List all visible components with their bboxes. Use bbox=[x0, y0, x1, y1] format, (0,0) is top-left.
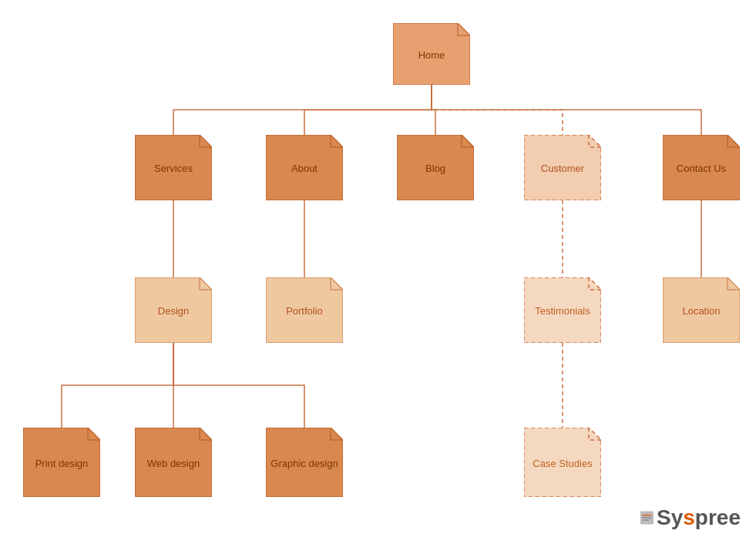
node-services[interactable]: Services bbox=[135, 135, 212, 200]
node-webdesign[interactable]: Web design bbox=[135, 428, 212, 497]
svg-rect-2 bbox=[643, 517, 652, 518]
node-location[interactable]: Location bbox=[663, 277, 740, 343]
node-label-location: Location bbox=[663, 277, 740, 343]
node-label-printdesign: Print design bbox=[23, 428, 100, 497]
node-label-blog: Blog bbox=[397, 135, 474, 200]
node-label-home: Home bbox=[393, 23, 470, 85]
node-label-webdesign: Web design bbox=[135, 428, 212, 497]
connector-home-blog bbox=[432, 85, 435, 135]
logo-sy: Sy bbox=[657, 505, 683, 529]
logo-text: Syspree bbox=[657, 505, 741, 530]
node-portfolio[interactable]: Portfolio bbox=[266, 277, 343, 343]
node-label-contactus: Contact Us bbox=[663, 135, 740, 200]
node-testimonials[interactable]: Testimonials bbox=[524, 277, 601, 343]
connector-design-printdesign bbox=[62, 343, 173, 428]
connector-home-contactus bbox=[432, 85, 701, 135]
connector-design-graphicdesign bbox=[173, 343, 304, 428]
node-label-testimonials: Testimonials bbox=[524, 277, 601, 343]
node-home[interactable]: Home bbox=[393, 23, 470, 85]
logo-pree: pree bbox=[695, 505, 741, 529]
node-label-services: Services bbox=[135, 135, 212, 200]
logo-icon bbox=[640, 503, 654, 532]
connector-home-about bbox=[304, 85, 432, 135]
node-label-customer: Customer bbox=[524, 135, 601, 200]
site-map-chart: Home Services About Blog Customer Contac… bbox=[0, 0, 756, 554]
node-label-portfolio: Portfolio bbox=[266, 277, 343, 343]
node-about[interactable]: About bbox=[266, 135, 343, 200]
node-label-casestudies: Case Studies bbox=[524, 428, 601, 497]
node-customer[interactable]: Customer bbox=[524, 135, 601, 200]
node-label-design: Design bbox=[135, 277, 212, 343]
svg-rect-1 bbox=[643, 514, 652, 515]
svg-rect-3 bbox=[643, 519, 649, 520]
node-graphicdesign[interactable]: Graphic design bbox=[266, 428, 343, 497]
node-blog[interactable]: Blog bbox=[397, 135, 474, 200]
connector-home-customer bbox=[432, 85, 563, 135]
connector-home-services bbox=[173, 85, 432, 135]
node-casestudies[interactable]: Case Studies bbox=[524, 428, 601, 497]
syspree-logo: Syspree bbox=[640, 496, 741, 539]
node-label-about: About bbox=[266, 135, 343, 200]
node-contactus[interactable]: Contact Us bbox=[663, 135, 740, 200]
logo-s-accent: s bbox=[683, 505, 695, 529]
node-label-graphicdesign: Graphic design bbox=[266, 428, 343, 497]
connector-lines bbox=[0, 0, 756, 554]
node-printdesign[interactable]: Print design bbox=[23, 428, 100, 497]
node-design[interactable]: Design bbox=[135, 277, 212, 343]
